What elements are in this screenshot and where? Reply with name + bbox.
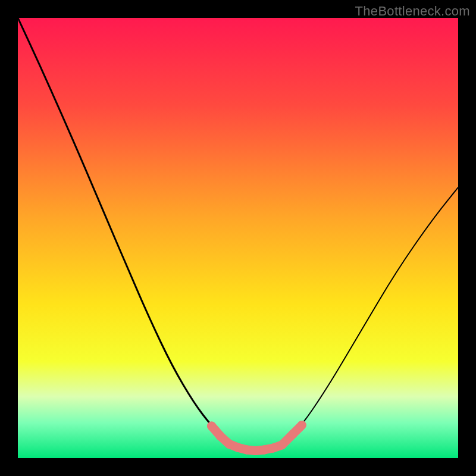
gradient-plot-area: [18, 18, 458, 458]
marker-dot: [242, 445, 251, 454]
marker-dot: [289, 430, 298, 439]
chart-stage: TheBottleneck.com: [0, 0, 476, 476]
marker-dot: [260, 445, 269, 454]
marker-dot: [225, 440, 234, 449]
marker-dot: [251, 446, 260, 455]
bottleneck-chart: [0, 0, 476, 476]
marker-dot: [207, 421, 216, 430]
marker-dot: [278, 440, 287, 449]
marker-dot: [234, 443, 243, 452]
watermark-text: TheBottleneck.com: [355, 4, 470, 19]
marker-dot: [269, 443, 278, 452]
marker-dot: [216, 432, 225, 441]
marker-dot: [298, 421, 306, 430]
